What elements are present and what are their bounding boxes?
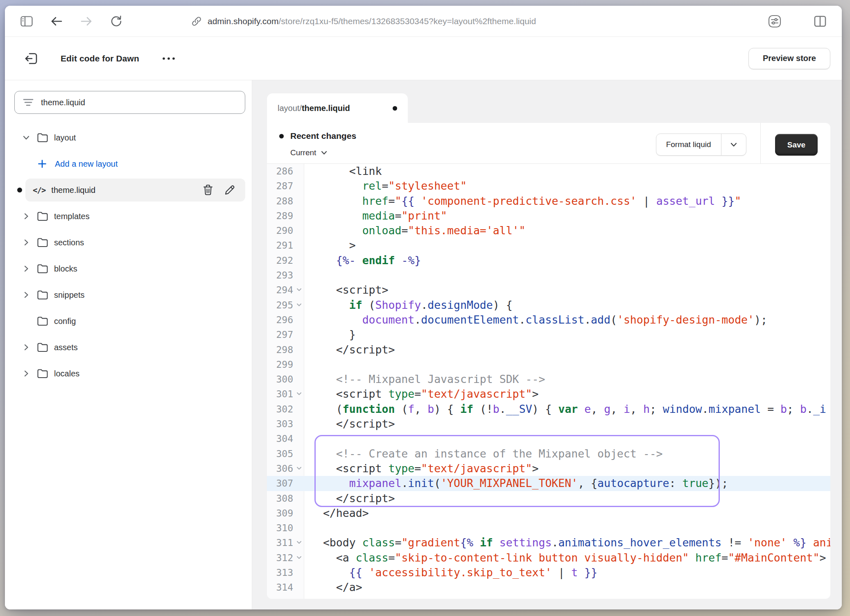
chevron-right-icon[interactable] [20, 239, 32, 246]
line-number: 314 [267, 580, 304, 595]
fold-chevron-icon[interactable] [296, 541, 302, 544]
line-content: <!-- Mixpanel Javascript SDK --> [304, 372, 830, 387]
sidebar-item-assets[interactable]: assets [5, 334, 252, 360]
code-line-300[interactable]: 300 <!-- Mixpanel Javascript SDK --> [267, 372, 830, 387]
code-line-293[interactable]: 293 [267, 268, 830, 283]
code-line-286[interactable]: 286 <link [267, 164, 830, 179]
sidebar-item-locales[interactable]: locales [5, 360, 252, 387]
folder-label: templates [54, 212, 90, 221]
chevron-right-icon[interactable] [20, 370, 32, 377]
line-content: {%- endif -%} [304, 253, 830, 268]
sidebar-item-sections[interactable]: sections [5, 229, 252, 256]
tab-theme-liquid[interactable]: layout/theme.liquid [267, 93, 408, 123]
browser-window: admin.shopify.com/store/rzq1xu-f5/themes… [5, 6, 842, 609]
sidebar-item-templates[interactable]: templates [5, 203, 252, 229]
code-line-299[interactable]: 299 [267, 357, 830, 372]
line-content: </a> [304, 580, 830, 595]
code-line-291[interactable]: 291 > [267, 238, 830, 253]
plus-icon [38, 159, 54, 168]
file-search-input[interactable]: theme.liquid [14, 91, 245, 114]
line-number: 311 [267, 535, 304, 550]
format-liquid-caret[interactable] [721, 134, 746, 155]
folder-label: locales [54, 369, 79, 378]
code-line-289[interactable]: 289 media="print" [267, 208, 830, 223]
fold-chevron-icon[interactable] [296, 303, 302, 307]
code-line-304[interactable]: 304 [267, 431, 830, 446]
folder-icon [37, 133, 53, 143]
fold-chevron-icon[interactable] [296, 392, 302, 396]
chevron-down-icon[interactable] [20, 136, 32, 140]
chevron-right-icon[interactable] [20, 213, 32, 220]
code-line-308[interactable]: 308 </script> [267, 491, 830, 506]
code-line-305[interactable]: 305 <!-- Create an instance of the Mixpa… [267, 446, 830, 461]
sidebar-item-config[interactable]: config [5, 308, 252, 334]
editor-content: layout/theme.liquid Recent changes Curre… [252, 80, 842, 609]
line-content: (function (f, b) { if (!b.__SV) { var e,… [304, 402, 830, 417]
preview-store-button[interactable]: Preview store [748, 48, 830, 69]
unsaved-file-dot [17, 188, 22, 192]
chevron-right-icon[interactable] [20, 265, 32, 272]
code-line-302[interactable]: 302 (function (f, b) { if (!b.__SV) { va… [267, 402, 830, 417]
version-dropdown[interactable]: Current [290, 148, 327, 157]
code-line-292[interactable]: 292 {%- endif -%} [267, 253, 830, 268]
reload-icon[interactable] [107, 12, 126, 31]
selected-file-row[interactable]: </>theme.liquid [25, 179, 245, 202]
code-line-310[interactable]: 310 [267, 521, 830, 535]
code-line-297[interactable]: 297 } [267, 327, 830, 342]
code-line-298[interactable]: 298 </script> [267, 342, 830, 357]
line-content: <link [304, 164, 830, 179]
browser-sidebar-toggle-icon[interactable] [17, 12, 36, 31]
code-line-311[interactable]: 311 <body class="gradient{% if settings.… [267, 535, 830, 550]
code-line-312[interactable]: 312 <a class="skip-to-content-link butto… [267, 550, 830, 565]
chevron-right-icon[interactable] [20, 344, 32, 351]
line-number: 295 [267, 298, 304, 313]
url-bar[interactable]: admin.shopify.com/store/rzq1xu-f5/themes… [191, 16, 536, 27]
line-content: document.documentElement.classList.add('… [304, 313, 830, 327]
line-content: <body class="gradient{% if settings.anim… [304, 535, 830, 550]
code-line-294[interactable]: 294 <script> [267, 283, 830, 297]
split-view-icon[interactable] [811, 12, 830, 31]
exit-editor-button[interactable] [22, 50, 40, 68]
line-number: 309 [267, 506, 304, 521]
code-line-287[interactable]: 287 rel="stylesheet" [267, 179, 830, 193]
file-search-value: theme.liquid [41, 98, 85, 107]
sidebar-item-theme-liquid[interactable]: </>theme.liquid [5, 177, 252, 203]
code-line-309[interactable]: 309 </head> [267, 506, 830, 521]
line-content: } [304, 327, 830, 342]
chevron-right-icon[interactable] [20, 292, 32, 298]
line-content: <a class="skip-to-content-link button vi… [304, 550, 830, 565]
save-button[interactable]: Save [775, 134, 818, 156]
code-line-303[interactable]: 303 </script> [267, 417, 830, 431]
more-actions-icon[interactable] [161, 52, 176, 65]
sidebar-item-snippets[interactable]: snippets [5, 282, 252, 308]
format-liquid-button[interactable]: Format liquid [656, 134, 746, 156]
code-line-313[interactable]: 313 {{ 'accessibility.skip_to_text' | t … [267, 565, 830, 580]
sidebar-item-layout[interactable]: layout [5, 125, 252, 151]
delete-file-icon[interactable] [203, 184, 213, 196]
fold-chevron-icon[interactable] [296, 288, 302, 292]
fold-chevron-icon[interactable] [296, 467, 302, 470]
sidebar-item-blocks[interactable]: blocks [5, 256, 252, 282]
line-number: 303 [267, 417, 304, 431]
rename-file-icon[interactable] [224, 184, 235, 196]
line-number: 304 [267, 431, 304, 446]
toolbar-divider [760, 123, 761, 164]
code-line-295[interactable]: 295 if (Shopify.designMode) { [267, 298, 830, 313]
code-line-314[interactable]: 314 </a> [267, 580, 830, 595]
code-line-306[interactable]: 306 <script type="text/javascript"> [267, 461, 830, 476]
format-liquid-label[interactable]: Format liquid [656, 134, 721, 155]
forward-icon[interactable] [77, 12, 96, 31]
code-line-296[interactable]: 296 document.documentElement.classList.a… [267, 313, 830, 327]
code-editor[interactable]: 286 <link287 rel="stylesheet"288 href="{… [267, 164, 830, 599]
line-number: 306 [267, 461, 304, 476]
code-line-290[interactable]: 290 onload="this.media='all'" [267, 223, 830, 238]
code-line-307[interactable]: 307 mixpanel.init('YOUR_MIXPANEL_TOKEN',… [267, 476, 830, 491]
fold-chevron-icon[interactable] [296, 556, 302, 559]
code-line-288[interactable]: 288 href="{{ 'component-predictive-searc… [267, 194, 830, 208]
back-icon[interactable] [47, 12, 66, 31]
folder-icon [37, 264, 53, 274]
sidebar-item-add-a-new-layout[interactable]: Add a new layout [5, 151, 252, 177]
code-line-301[interactable]: 301 <script type="text/javascript"> [267, 387, 830, 401]
page-settings-icon[interactable] [765, 12, 784, 31]
folder-label: assets [54, 343, 78, 352]
